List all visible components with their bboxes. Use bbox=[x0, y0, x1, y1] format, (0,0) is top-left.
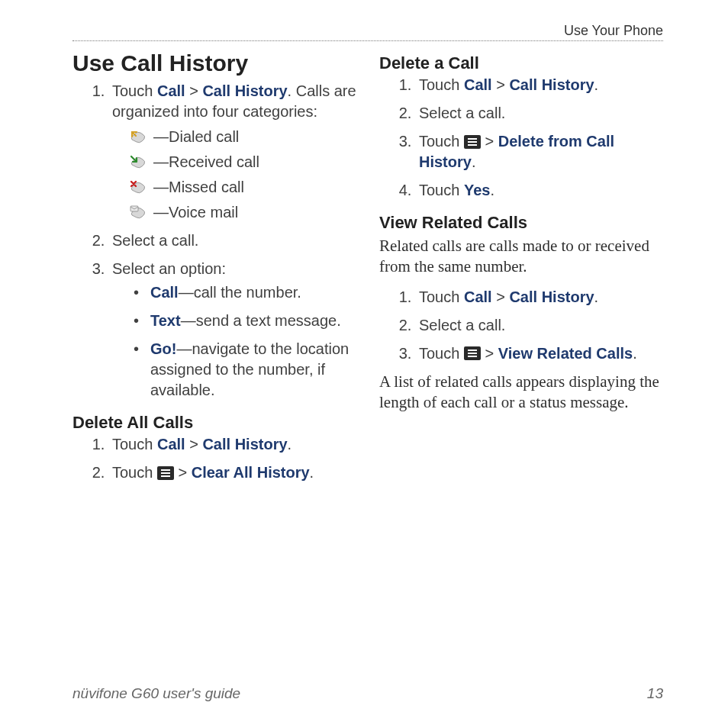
received-call-icon bbox=[129, 154, 150, 171]
paragraph-related-intro: Related calls are calls made to or recei… bbox=[379, 236, 663, 278]
list-item: Select an option: Call—call the number. … bbox=[109, 259, 356, 401]
list-item: —Voice mail bbox=[129, 202, 356, 223]
svg-rect-0 bbox=[130, 206, 138, 211]
left-column: Use Call History Touch Call > Call Histo… bbox=[72, 50, 356, 491]
footer-title: nüvifone G60 user's guide bbox=[72, 685, 240, 702]
list-item: Select a call. bbox=[416, 103, 663, 124]
heading-view-related-calls: View Related Calls bbox=[379, 213, 663, 233]
heading-use-call-history: Use Call History bbox=[72, 50, 356, 76]
keyword-text-option: Text bbox=[150, 312, 181, 329]
list-item: —Received call bbox=[129, 152, 356, 172]
page-header: Use Your Phone bbox=[72, 23, 663, 41]
keyword-call: Call bbox=[157, 82, 185, 99]
list-item: —Dialed call bbox=[129, 127, 356, 147]
list-item: Touch > Clear All History. bbox=[109, 462, 356, 483]
section-label: Use Your Phone bbox=[564, 23, 663, 38]
list-item: Touch > View Related Calls. bbox=[416, 343, 663, 364]
keyword-call-history: Call History bbox=[202, 82, 287, 99]
voice-mail-icon bbox=[129, 205, 150, 221]
keyword-call-option: Call bbox=[150, 284, 179, 301]
list-item: Select a call. bbox=[109, 230, 356, 251]
page-footer: nüvifone G60 user's guide 13 bbox=[72, 685, 663, 702]
keyword-view-related-calls: View Related Calls bbox=[498, 345, 633, 362]
list-item: Go!—navigate to the location assigned to… bbox=[134, 339, 356, 401]
keyword-clear-all-history: Clear All History bbox=[192, 464, 310, 481]
list-item: Select a call. bbox=[416, 315, 663, 336]
heading-delete-all-calls: Delete All Calls bbox=[72, 413, 356, 433]
list-item: Touch Call > Call History. bbox=[416, 287, 663, 308]
right-column: Delete a Call Touch Call > Call History.… bbox=[379, 50, 663, 491]
list-item: Touch Call > Call History. bbox=[109, 434, 356, 455]
list-item: Text—send a text message. bbox=[134, 311, 356, 331]
list-item: —Missed call bbox=[129, 177, 356, 198]
menu-icon bbox=[464, 346, 481, 360]
heading-delete-a-call: Delete a Call bbox=[379, 53, 663, 73]
missed-call-icon bbox=[129, 179, 150, 196]
list-item: Touch Call > Call History. bbox=[416, 75, 663, 95]
paragraph-related-outro: A list of related calls appears displayi… bbox=[379, 372, 663, 414]
menu-icon bbox=[157, 466, 174, 480]
list-item: Touch Yes. bbox=[416, 180, 663, 201]
keyword-yes: Yes bbox=[464, 182, 490, 198]
menu-icon bbox=[464, 135, 481, 149]
keyword-go-option: Go! bbox=[150, 340, 176, 357]
dialed-call-icon bbox=[129, 129, 150, 146]
footer-page-number: 13 bbox=[647, 685, 663, 702]
list-item: Touch > Delete from Call History. bbox=[416, 131, 663, 172]
list-item: Touch Call > Call History. Calls are org… bbox=[109, 81, 356, 223]
list-item: Call—call the number. bbox=[134, 282, 356, 303]
